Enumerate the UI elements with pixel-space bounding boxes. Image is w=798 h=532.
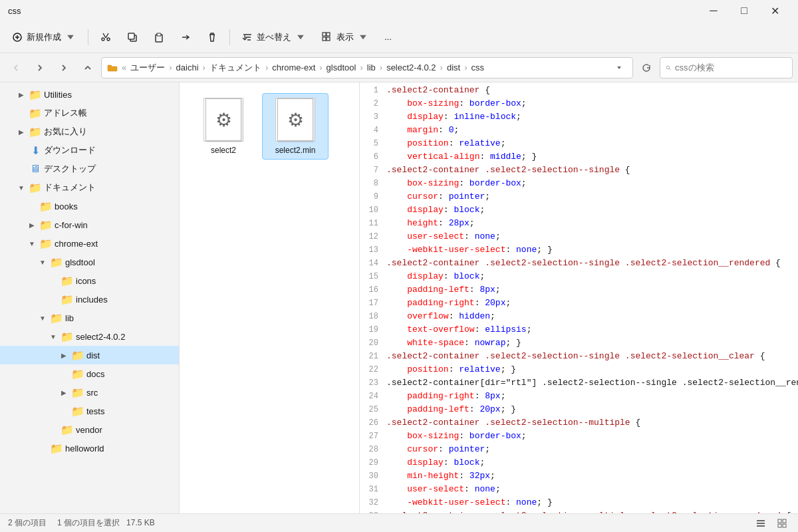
search-input[interactable] bbox=[675, 63, 787, 72]
more-button[interactable]: ... bbox=[378, 25, 398, 49]
path-glsdtool: glsdtool bbox=[327, 63, 356, 72]
toggle-utilities[interactable]: ▶ bbox=[16, 89, 27, 100]
toggle-glsdtool[interactable]: ▼ bbox=[37, 257, 48, 267]
sidebar-item-docs[interactable]: ▶ 📁 docs bbox=[0, 364, 179, 383]
cut-icon bbox=[100, 32, 111, 43]
code-line: 26.select2-container .select2-selection-… bbox=[360, 418, 798, 431]
code-content[interactable]: 1.select2-container {2 box-sizing: borde… bbox=[360, 82, 798, 513]
copy-button[interactable] bbox=[120, 25, 144, 49]
toolbar: 新規作成 並べ替え 表示 ... bbox=[0, 21, 798, 53]
line-number: 2 bbox=[360, 99, 386, 108]
folder-icon-desktop: 🖥 bbox=[29, 163, 41, 175]
line-content: user-select: none; bbox=[386, 231, 798, 241]
refresh-icon bbox=[642, 63, 651, 72]
forward-button[interactable] bbox=[29, 57, 51, 78]
line-content: .select2-container .select2-selection--s… bbox=[386, 258, 798, 268]
new-button[interactable]: 新規作成 bbox=[5, 25, 82, 49]
copy-icon bbox=[127, 32, 138, 43]
sidebar-item-cforwin[interactable]: ▶ 📁 c-for-win bbox=[0, 215, 179, 234]
delete-button[interactable] bbox=[200, 25, 224, 49]
grid-view-button[interactable] bbox=[774, 515, 790, 531]
list-view-button[interactable] bbox=[753, 515, 769, 531]
delete-icon bbox=[207, 32, 217, 43]
svg-rect-22 bbox=[778, 524, 781, 527]
close-button[interactable]: ✕ bbox=[759, 0, 790, 21]
svg-line-16 bbox=[669, 68, 670, 70]
line-number: 15 bbox=[360, 272, 386, 281]
code-line: 30 min-height: 32px; bbox=[360, 471, 798, 484]
sidebar-item-vendor[interactable]: ▶ 📁 vendor bbox=[0, 420, 179, 439]
sidebar-item-downloads[interactable]: ▶ ⬇ ダウンロード bbox=[0, 141, 179, 160]
sidebar-item-includes[interactable]: ▶ 📁 includes bbox=[0, 290, 179, 309]
up-button[interactable] bbox=[77, 57, 98, 78]
view-icon bbox=[322, 32, 332, 43]
line-number: 10 bbox=[360, 205, 386, 215]
sidebar-item-src[interactable]: ▶ 📁 src bbox=[0, 383, 179, 402]
file-item-select2min[interactable]: ⚙ select2.min bbox=[262, 93, 329, 160]
folder-icon-docs: 📁 bbox=[72, 368, 84, 380]
toggle-cforwin[interactable]: ▶ bbox=[27, 219, 37, 230]
line-number: 8 bbox=[360, 179, 386, 188]
sidebar-item-lib[interactable]: ▼ 📁 lib bbox=[0, 309, 179, 327]
paste-button[interactable] bbox=[147, 25, 171, 49]
toggle-chrome-ext[interactable]: ▼ bbox=[27, 238, 37, 249]
path-dropdown-button[interactable] bbox=[611, 60, 627, 76]
path-lib: lib bbox=[367, 63, 376, 72]
cut-button[interactable] bbox=[94, 25, 118, 49]
line-number: 20 bbox=[360, 338, 386, 348]
view-button[interactable]: 表示 bbox=[315, 25, 375, 49]
svg-marker-3 bbox=[67, 35, 74, 39]
code-pane: 1.select2-container {2 box-sizing: borde… bbox=[359, 82, 798, 513]
sidebar-item-documents[interactable]: ▼ 📁 ドキュメント bbox=[0, 178, 179, 197]
svg-marker-13 bbox=[360, 35, 366, 39]
sidebar-item-books[interactable]: ▶ 📁 books bbox=[0, 197, 179, 215]
sidebar-item-helloworld[interactable]: ▶ 📁 helloworld bbox=[0, 439, 179, 458]
toggle-lib[interactable]: ▼ bbox=[37, 313, 48, 323]
sidebar-item-glsdtool[interactable]: ▼ 📁 glsdtool bbox=[0, 253, 179, 271]
back-button[interactable] bbox=[5, 57, 27, 78]
svg-rect-23 bbox=[783, 524, 786, 527]
titlebar: css ─ □ ✕ bbox=[0, 0, 798, 21]
minimize-button[interactable]: ─ bbox=[698, 0, 729, 21]
path-bar[interactable]: « ユーザー › daichi › ドキュメント › chrome-ext › … bbox=[101, 57, 633, 78]
file-name-select2: select2 bbox=[211, 146, 236, 155]
code-line: 2 box-sizing: border-box; bbox=[360, 98, 798, 112]
code-line: 23.select2-container[dir="rtl"] .select2… bbox=[360, 378, 798, 391]
search-box[interactable] bbox=[660, 57, 793, 78]
recent-button[interactable] bbox=[53, 57, 74, 78]
maximize-button[interactable]: □ bbox=[729, 0, 759, 21]
sidebar-item-favorites[interactable]: ▶ 📁 お気に入り bbox=[0, 122, 179, 141]
move-button[interactable] bbox=[174, 25, 198, 49]
code-line: 29 display: block; bbox=[360, 458, 798, 471]
sidebar-item-icons[interactable]: ▶ 📁 icons bbox=[0, 271, 179, 290]
forward-icon bbox=[36, 64, 44, 72]
sidebar-item-dist[interactable]: ▶ 📁 dist bbox=[0, 346, 179, 364]
code-line: 12 user-select: none; bbox=[360, 231, 798, 245]
folder-icon-tests: 📁 bbox=[72, 405, 84, 417]
refresh-button[interactable] bbox=[636, 57, 657, 78]
sidebar-item-desktop[interactable]: ▶ 🖥 デスクトップ bbox=[0, 160, 179, 178]
file-item-select2[interactable]: ⚙ select2 bbox=[190, 93, 257, 160]
statusbar-left: 2 個の項目 1 個の項目を選択 17.5 KB bbox=[8, 517, 155, 529]
line-number: 25 bbox=[360, 405, 386, 414]
folder-icon-includes: 📁 bbox=[61, 293, 73, 305]
folder-icon-lib: 📁 bbox=[51, 312, 63, 324]
sidebar-item-select2[interactable]: ▼ 📁 select2-4.0.2 bbox=[0, 327, 179, 346]
line-content: min-height: 32px; bbox=[386, 471, 798, 481]
label-addressbook: アドレス帳 bbox=[44, 107, 87, 119]
sort-dropdown-icon bbox=[295, 32, 306, 43]
new-dropdown-icon bbox=[65, 32, 76, 43]
sidebar-item-chrome-ext[interactable]: ▼ 📁 chrome-ext bbox=[0, 234, 179, 253]
sidebar-item-utilities[interactable]: ▶ 📁 Utilities bbox=[0, 85, 179, 104]
toggle-dist[interactable]: ▶ bbox=[59, 350, 69, 360]
toggle-src[interactable]: ▶ bbox=[59, 387, 69, 398]
toggle-favorites[interactable]: ▶ bbox=[16, 126, 27, 137]
toggle-documents[interactable]: ▼ bbox=[16, 182, 27, 193]
file-area: ⚙ select2 ⚙ select2.min bbox=[180, 82, 359, 513]
toggle-select2[interactable]: ▼ bbox=[48, 331, 59, 342]
code-line: 32 -webkit-user-select: none; } bbox=[360, 497, 798, 511]
line-number: 9 bbox=[360, 192, 386, 201]
sidebar-item-addressbook[interactable]: ▶ 📁 アドレス帳 bbox=[0, 104, 179, 122]
sort-button[interactable]: 並べ替え bbox=[235, 25, 313, 49]
sidebar-item-tests[interactable]: ▶ 📁 tests bbox=[0, 402, 179, 420]
